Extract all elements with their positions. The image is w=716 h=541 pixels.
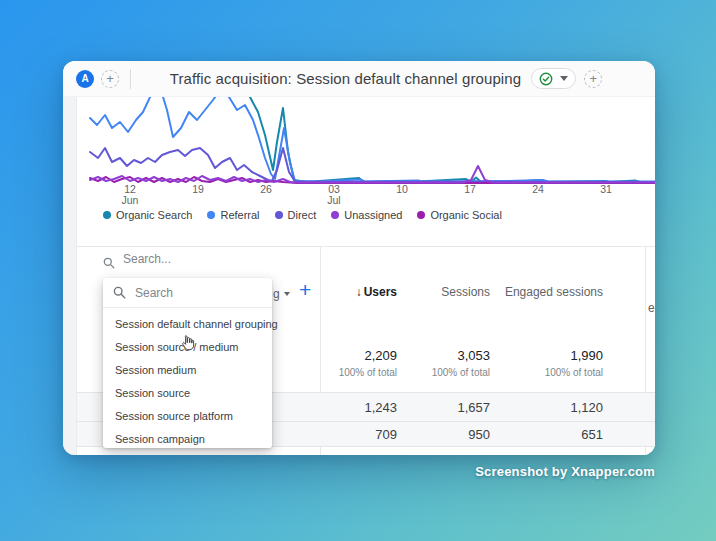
search-icon (103, 255, 115, 273)
x-tick: 12Jun (122, 184, 139, 206)
table-top-divider (77, 246, 655, 247)
avatar[interactable]: A (76, 70, 94, 88)
column-header-sessions[interactable]: Sessions (441, 285, 490, 299)
series-organic-search (250, 97, 655, 182)
series-direct (90, 148, 655, 182)
legend-item-organic-social: Organic Social (417, 209, 502, 221)
x-tick: 10 (396, 184, 408, 195)
toolbar: A + Traffic acquisition: Session default… (63, 61, 655, 97)
table-cell: 1,243 (364, 400, 397, 415)
dropdown-item-session-source-medium[interactable]: Session source / medium (103, 335, 272, 358)
verified-check-icon (539, 72, 553, 86)
column-header-users[interactable]: ↓Users (356, 285, 397, 299)
x-tick: 03Jul (327, 184, 340, 206)
legend-color-dot (275, 211, 283, 219)
dropdown-item-session-source-platform[interactable]: Session source platform (103, 404, 272, 427)
dropdown-item-session-default-channel-grouping[interactable]: Session default channel grouping (103, 312, 272, 335)
x-tick: 17 (464, 184, 476, 195)
total-users-subtext: 100% of total (339, 367, 397, 378)
chart-legend: Organic SearchReferralDirectUnassignedOr… (103, 209, 502, 221)
table-search-input[interactable] (121, 251, 291, 267)
sort-descending-icon: ↓ (356, 285, 362, 299)
total-users: 2,209 (364, 348, 397, 363)
table-cell: 651 (581, 427, 603, 442)
x-tick: 24 (532, 184, 544, 195)
x-tick: 19 (192, 184, 204, 195)
dropdown-items: Session default channel groupingSession … (103, 308, 272, 450)
toolbar-divider (130, 69, 131, 89)
dropdown-search-row (103, 278, 272, 308)
table-cell: 1,120 (570, 400, 603, 415)
title-group: Traffic acquisition: Session default cha… (170, 68, 602, 89)
legend-color-dot (417, 211, 425, 219)
dropdown-search-input[interactable] (133, 285, 243, 301)
dimension-dropdown: Session default channel groupingSession … (103, 278, 272, 448)
legend-item-organic-search: Organic Search (103, 209, 192, 221)
chevron-down-icon (560, 76, 568, 81)
column-header-cutoff[interactable]: eng (648, 301, 655, 315)
x-tick: 26 (260, 184, 272, 195)
chevron-down-icon (284, 292, 290, 296)
line-chart: 12Jun192603Jul10172431 (77, 97, 655, 207)
add-dimension-button[interactable]: + (299, 278, 311, 302)
total-sessions: 3,053 (457, 348, 490, 363)
series-unassigned (90, 166, 655, 183)
legend-item-unassigned: Unassigned (331, 209, 402, 221)
dimension-picker-button[interactable]: g (273, 287, 290, 301)
column-header-engaged-sessions[interactable]: Engaged sessions (505, 285, 603, 299)
total-engaged-subtext: 100% of total (545, 367, 603, 378)
report-card: A + Traffic acquisition: Session default… (63, 61, 655, 455)
x-tick: 31 (600, 184, 612, 195)
verified-dropdown-button[interactable] (531, 68, 576, 89)
left-gutter (63, 97, 77, 455)
chart-lines (77, 97, 655, 207)
dropdown-item-session-source[interactable]: Session source (103, 381, 272, 404)
legend-color-dot (103, 211, 111, 219)
total-sessions-subtext: 100% of total (432, 367, 490, 378)
table-cell: 950 (468, 427, 490, 442)
legend-item-direct: Direct (275, 209, 317, 221)
table-cell: 709 (375, 427, 397, 442)
series-referral (90, 97, 655, 182)
search-icon (113, 286, 126, 299)
legend-item-referral: Referral (207, 209, 259, 221)
page-title: Traffic acquisition: Session default cha… (170, 70, 521, 87)
dropdown-item-session-medium[interactable]: Session medium (103, 358, 272, 381)
add-card-button[interactable]: + (584, 70, 602, 88)
watermark: Screenshot by Xnapper.com (475, 464, 655, 479)
legend-color-dot (207, 211, 215, 219)
legend-color-dot (331, 211, 339, 219)
total-engaged-sessions: 1,990 (570, 348, 603, 363)
add-tab-button[interactable]: + (101, 70, 119, 88)
dropdown-item-session-campaign[interactable]: Session campaign (103, 427, 272, 450)
table-cell: 1,657 (457, 400, 490, 415)
